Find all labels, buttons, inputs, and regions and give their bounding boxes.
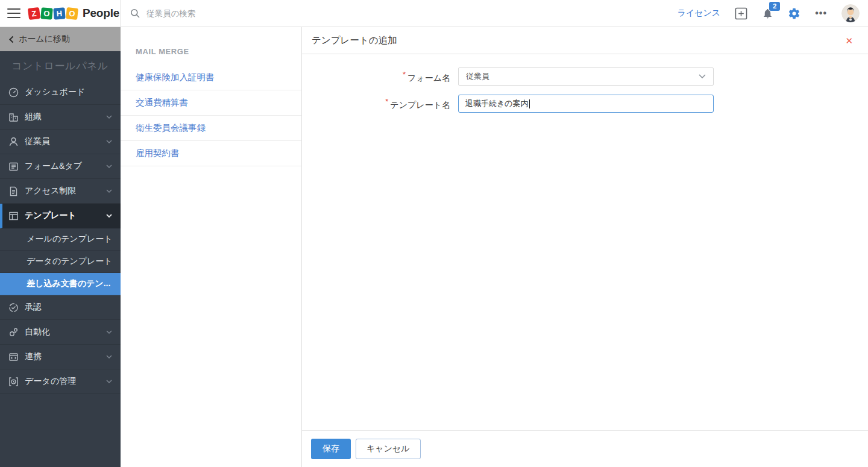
close-icon[interactable]: ✕ <box>845 36 853 45</box>
template-name-row: *テンプレート名 退職手続きの案内 <box>302 95 868 113</box>
more-options-icon[interactable]: ••• <box>815 8 827 19</box>
panel-header: テンプレートの追加 ✕ <box>302 27 868 54</box>
template-name-label: *テンプレート名 <box>302 97 450 111</box>
access-restriction-icon <box>8 186 19 196</box>
sidebar-item-approvals[interactable]: 承認 <box>0 295 121 320</box>
required-asterisk: * <box>385 97 388 106</box>
organization-icon <box>8 112 19 122</box>
product-name: People <box>83 7 119 20</box>
back-chevron-icon <box>8 36 14 43</box>
add-icon[interactable] <box>735 7 747 20</box>
integrations-icon <box>8 352 19 362</box>
automation-icon <box>8 327 19 337</box>
content-area: ホームに移動 コントロールパネル ダッシュボード 組織 従業員 フォーム&タブ <box>0 27 868 467</box>
search-icon <box>130 8 140 18</box>
form-name-select[interactable]: 従業員 <box>458 67 714 86</box>
sidebar: ホームに移動 コントロールパネル ダッシュボード 組織 従業員 フォーム&タブ <box>0 27 121 467</box>
go-home-label: ホームに移動 <box>19 34 70 45</box>
list-item-employment-contract[interactable]: 雇用契約書 <box>121 141 301 166</box>
notifications-bell-icon[interactable]: 2 <box>762 7 773 20</box>
mail-merge-section-title: MAIL MERGE <box>121 27 301 65</box>
chevron-down-icon <box>106 165 112 169</box>
template-name-input[interactable]: 退職手続きの案内 <box>458 95 714 113</box>
text-cursor <box>529 99 530 108</box>
sidebar-spacer <box>0 394 121 467</box>
chevron-down-icon <box>106 189 112 193</box>
topbar: Z O H O People ライセンス 2 <box>0 0 868 27</box>
control-panel-title: コントロールパネル <box>0 51 121 80</box>
search-input[interactable] <box>146 9 400 18</box>
panel-footer: 保存 キャンセル <box>302 430 868 467</box>
cancel-button[interactable]: キャンセル <box>356 439 421 459</box>
sidebar-item-employee[interactable]: 従業員 <box>0 130 121 154</box>
sidebar-item-organization[interactable]: 組織 <box>0 105 121 130</box>
go-home-button[interactable]: ホームに移動 <box>0 27 121 51</box>
logo-tile-o2: O <box>66 7 78 20</box>
topbar-brand-area: Z O H O People <box>0 0 121 27</box>
sidebar-item-dashboard[interactable]: ダッシュボード <box>0 80 121 105</box>
add-template-panel: テンプレートの追加 ✕ *フォーム名 従業員 *テンプレート名 <box>301 27 868 467</box>
zoho-people-logo[interactable]: Z O H O People <box>28 7 119 20</box>
chevron-down-icon <box>106 355 112 359</box>
form-name-row: *フォーム名 従業員 <box>302 67 868 86</box>
topbar-actions: ライセンス 2 ••• <box>678 0 868 27</box>
logo-tile-h: H <box>53 7 65 19</box>
panel-body: *フォーム名 従業員 *テンプレート名 退職手続きの案内 <box>302 54 868 430</box>
forms-tabs-icon <box>8 161 19 172</box>
sidebar-item-integrations[interactable]: 連携 <box>0 345 121 369</box>
sidebar-item-automation[interactable]: 自動化 <box>0 320 121 345</box>
app-window: Z O H O People ライセンス 2 <box>0 0 868 467</box>
chevron-down-icon <box>106 214 112 218</box>
sidebar-subitem-mail-templates[interactable]: メールのテンプレート <box>0 228 121 251</box>
sidebar-subitem-mail-merge-templates[interactable]: 差し込み文書のテン... <box>0 273 121 295</box>
logo-tile-z: Z <box>28 7 40 19</box>
sidebar-item-access-restriction[interactable]: アクセス制限 <box>0 179 121 204</box>
notification-count-badge: 2 <box>769 2 780 11</box>
panel-title: テンプレートの追加 <box>312 34 397 47</box>
required-asterisk: * <box>403 70 406 79</box>
sidebar-subitem-data-templates[interactable]: データのテンプレート <box>0 251 121 273</box>
chevron-down-icon <box>106 140 112 144</box>
chevron-down-icon <box>106 330 112 334</box>
dashboard-icon <box>8 87 19 98</box>
sidebar-item-templates[interactable]: テンプレート <box>0 204 121 228</box>
list-item-health-insurance[interactable]: 健康保険加入証明書 <box>121 65 301 90</box>
approvals-icon <box>8 302 19 313</box>
template-name-value: 退職手続きの案内 <box>465 98 529 109</box>
hamburger-menu-icon[interactable] <box>7 8 20 18</box>
form-name-selected-value: 従業員 <box>466 71 699 82</box>
save-button[interactable]: 保存 <box>311 439 351 459</box>
chevron-down-icon <box>699 74 706 79</box>
settings-gear-icon[interactable] <box>788 7 800 20</box>
search-bar <box>121 0 678 27</box>
data-administration-icon <box>8 377 19 387</box>
chevron-down-icon <box>106 380 112 384</box>
logo-tile-o1: O <box>40 7 53 20</box>
user-avatar[interactable] <box>841 4 860 22</box>
list-item-commute-expense[interactable]: 交通費精算書 <box>121 90 301 116</box>
mail-merge-list-column: MAIL MERGE 健康保険加入証明書 交通費精算書 衛生委員会議事録 雇用契… <box>121 27 301 467</box>
templates-icon <box>8 211 19 221</box>
chevron-down-icon <box>106 115 112 119</box>
form-name-label: *フォーム名 <box>302 70 450 84</box>
license-link[interactable]: ライセンス <box>678 8 721 19</box>
employee-icon <box>8 137 19 147</box>
sidebar-item-forms-tabs[interactable]: フォーム&タブ <box>0 154 121 179</box>
list-item-hygiene-committee[interactable]: 衛生委員会議事録 <box>121 116 301 141</box>
sidebar-item-data-administration[interactable]: データの管理 <box>0 369 121 394</box>
